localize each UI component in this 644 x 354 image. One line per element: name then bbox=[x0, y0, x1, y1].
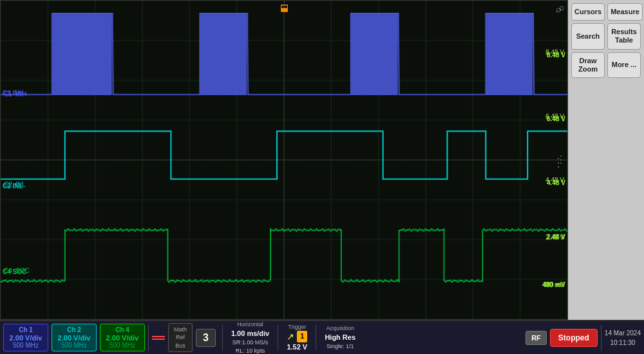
status-bar: Ch 1 2.00 V/div 500 MHz Ch 2 2.00 V/div … bbox=[0, 320, 644, 354]
ch4-volts: 2.00 V/div bbox=[106, 334, 139, 342]
ch2-indicator: Ch 2 2.00 V/div 500 MHz bbox=[52, 324, 97, 351]
ch4-scope-label: C4 SOC bbox=[3, 268, 26, 275]
acquisition-group: Acquisition High Res Single: 1/1 bbox=[319, 323, 361, 352]
acquisition-type: High Res bbox=[325, 333, 355, 342]
math-ref-bus-label: Math bbox=[174, 326, 187, 334]
ch2-rate: 500 MHz bbox=[61, 342, 87, 349]
cursors-button[interactable]: Cursors bbox=[571, 3, 605, 21]
line-indicator bbox=[152, 336, 165, 340]
btn-row-2: Search Results Table bbox=[571, 23, 641, 49]
divider-1 bbox=[148, 325, 149, 351]
ch1-scope-label: C1 INH bbox=[3, 90, 24, 97]
horizontal-group: Horizontal 1.00 ms/div SR:1.00 MS/s RL: … bbox=[226, 319, 274, 354]
draw-zoom-button[interactable]: Draw Zoom bbox=[571, 52, 605, 78]
ch2-volts: 2.00 V/div bbox=[58, 334, 91, 342]
ref-label: Ref bbox=[176, 333, 185, 342]
more-button[interactable]: More ... bbox=[607, 52, 641, 78]
ch1-label: Ch 1 bbox=[19, 326, 33, 333]
dots-indicator: ⋮ bbox=[556, 156, 566, 164]
date-display: 14 Mar 2024 bbox=[605, 328, 641, 338]
bus-label: Bus bbox=[175, 342, 185, 350]
trigger-value: 1.52 V bbox=[287, 342, 307, 352]
number-box: 3 bbox=[196, 329, 216, 347]
trigger-group: Trigger ↗ 1 1.52 V bbox=[281, 322, 312, 353]
ch2-label: Ch 2 bbox=[67, 326, 81, 333]
rf-box: RF bbox=[526, 331, 547, 345]
math-ref-bus: Math Ref Bus bbox=[168, 323, 193, 353]
voltage-label-4: 2.48 V bbox=[547, 233, 565, 241]
ch4-rate: 500 MHz bbox=[109, 342, 135, 349]
horizontal-sr: SR:1.00 MS/s bbox=[232, 339, 269, 347]
trigger-channel-badge: 1 bbox=[297, 331, 307, 342]
scope-screen: ⬓ ⌕ ⋮ 8.48 V 6.48 V 4.48 V 2.48 V 480 mV… bbox=[0, 0, 568, 320]
btn-row-3: Draw Zoom More ... bbox=[571, 52, 641, 78]
btn-row-1: Cursors Measure bbox=[571, 3, 641, 21]
time-display: 10:11:30 bbox=[610, 338, 635, 348]
trigger-label: Trigger bbox=[288, 323, 306, 331]
date-time: 14 Mar 2024 10:11:30 bbox=[605, 328, 641, 348]
voltage-label-1: 8.48 V bbox=[547, 52, 565, 59]
divider-3 bbox=[278, 325, 278, 351]
acquisition-label: Acquisition bbox=[326, 324, 354, 333]
ch1-indicator: Ch 1 2.00 V/div 500 MHz bbox=[3, 324, 48, 351]
right-panel: Cursors Measure Search Results Table Dra… bbox=[568, 0, 644, 320]
trigger-edge-icon: ↗ bbox=[287, 332, 294, 341]
scope-search-icon: ⌕ bbox=[559, 2, 564, 12]
results-table-button[interactable]: Results Table bbox=[607, 23, 641, 49]
voltage-label-3: 4.48 V bbox=[547, 179, 565, 186]
ch4-indicator: Ch 4 2.00 V/div 500 MHz bbox=[100, 324, 145, 351]
stopped-button[interactable]: Stopped bbox=[550, 329, 598, 347]
divider-2 bbox=[222, 325, 223, 351]
scope-grid bbox=[1, 1, 567, 319]
search-button[interactable]: Search bbox=[571, 23, 605, 49]
trigger-position-icon: ⬓ bbox=[280, 2, 289, 12]
ch1-volts: 2.00 V/div bbox=[10, 334, 43, 342]
horizontal-label: Horizontal bbox=[237, 320, 263, 329]
divider-4 bbox=[316, 325, 316, 351]
voltage-label-5: 480 mV bbox=[543, 281, 565, 288]
ch1-rate: 500 MHz bbox=[13, 342, 39, 349]
ch2-scope-label: C2 INL bbox=[3, 182, 23, 190]
measure-button[interactable]: Measure bbox=[607, 3, 643, 21]
divider-5 bbox=[601, 325, 601, 351]
acquisition-single: Single: 1/1 bbox=[327, 342, 354, 351]
horizontal-rl: RL: 10 kpts bbox=[236, 347, 265, 355]
horizontal-time: 1.00 ms/div bbox=[231, 329, 269, 339]
ch4-label: Ch 4 bbox=[115, 326, 129, 333]
voltage-label-2: 6.48 V bbox=[547, 115, 565, 123]
